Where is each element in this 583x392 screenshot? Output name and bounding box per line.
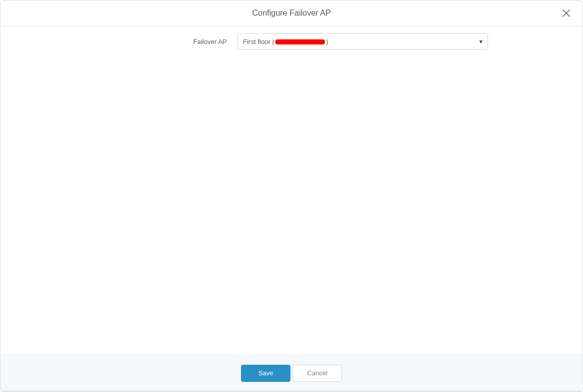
failover-ap-label: Failover AP	[11, 38, 237, 45]
failover-ap-value-suffix: )	[326, 38, 328, 45]
failover-ap-select-wrap: First floor ( ) ▼	[237, 33, 488, 50]
dialog-body: Failover AP First floor ( ) ▼	[1, 26, 582, 354]
redacted-mac-address	[275, 39, 325, 44]
cancel-button[interactable]: Cancel	[293, 365, 342, 382]
dialog-header: Configure Failover AP	[1, 1, 582, 26]
close-icon	[562, 9, 571, 18]
dialog-title: Configure Failover AP	[252, 9, 331, 18]
close-button[interactable]	[559, 6, 573, 20]
dialog-footer: Save Cancel	[1, 354, 582, 391]
failover-ap-row: Failover AP First floor ( ) ▼	[1, 33, 582, 50]
configure-failover-dialog: Configure Failover AP Failover AP First …	[0, 0, 583, 392]
failover-ap-value-prefix: First floor (	[243, 38, 274, 45]
save-button[interactable]: Save	[241, 365, 290, 382]
failover-ap-select[interactable]: First floor ( ) ▼	[237, 33, 488, 50]
failover-ap-selected-value: First floor ( )	[243, 38, 328, 45]
chevron-down-icon: ▼	[478, 39, 483, 44]
